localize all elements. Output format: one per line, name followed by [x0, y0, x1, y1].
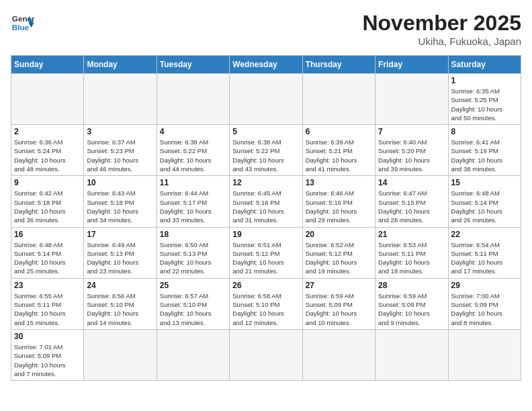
day-info: Sunrise: 6:44 AM Sunset: 5:17 PM Dayligh… [160, 189, 226, 224]
calendar-day-cell: 15Sunrise: 6:48 AM Sunset: 5:14 PM Dayli… [448, 176, 521, 227]
day-number: 7 [378, 127, 445, 136]
day-info: Sunrise: 6:40 AM Sunset: 5:20 PM Dayligh… [378, 138, 445, 173]
calendar-week-row: 9Sunrise: 6:42 AM Sunset: 5:18 PM Daylig… [11, 176, 521, 227]
day-number: 24 [87, 281, 153, 290]
day-number: 23 [14, 281, 81, 290]
day-info: Sunrise: 6:57 AM Sunset: 5:10 PM Dayligh… [160, 291, 226, 327]
day-info: Sunrise: 6:37 AM Sunset: 5:23 PM Dayligh… [87, 138, 153, 173]
calendar-day-cell: 17Sunrise: 6:49 AM Sunset: 5:13 PM Dayli… [84, 227, 157, 278]
calendar-day-cell: 13Sunrise: 6:46 AM Sunset: 5:16 PM Dayli… [302, 176, 375, 227]
calendar-day-cell [157, 74, 229, 125]
day-info: Sunrise: 6:45 AM Sunset: 5:16 PM Dayligh… [232, 189, 299, 224]
day-info: Sunrise: 6:39 AM Sunset: 5:21 PM Dayligh… [306, 138, 372, 173]
calendar-table: SundayMondayTuesdayWednesdayThursdayFrid… [11, 55, 521, 381]
calendar-day-cell: 7Sunrise: 6:40 AM Sunset: 5:20 PM Daylig… [375, 125, 448, 176]
calendar-body: 1Sunrise: 6:35 AM Sunset: 5:25 PM Daylig… [11, 74, 521, 381]
day-info: Sunrise: 6:56 AM Sunset: 5:10 PM Dayligh… [87, 291, 153, 327]
day-info: Sunrise: 6:59 AM Sunset: 5:09 PM Dayligh… [378, 291, 445, 327]
calendar-day-cell: 20Sunrise: 6:52 AM Sunset: 5:12 PM Dayli… [302, 227, 375, 278]
weekday-header-cell: Saturday [448, 56, 521, 74]
location-subtitle: Ukiha, Fukuoka, Japan [362, 36, 521, 47]
day-info: Sunrise: 6:59 AM Sunset: 5:09 PM Dayligh… [306, 291, 372, 327]
svg-text:Blue: Blue [12, 23, 30, 32]
calendar-day-cell: 9Sunrise: 6:42 AM Sunset: 5:18 PM Daylig… [11, 176, 84, 227]
month-year-title: November 2025 [362, 11, 521, 36]
day-info: Sunrise: 6:49 AM Sunset: 5:13 PM Dayligh… [87, 240, 153, 276]
calendar-day-cell: 19Sunrise: 6:51 AM Sunset: 5:12 PM Dayli… [230, 227, 302, 278]
weekday-header-cell: Wednesday [230, 56, 302, 74]
calendar-day-cell: 16Sunrise: 6:48 AM Sunset: 5:14 PM Dayli… [11, 227, 84, 278]
day-info: Sunrise: 6:36 AM Sunset: 5:24 PM Dayligh… [14, 138, 81, 173]
calendar-week-row: 2Sunrise: 6:36 AM Sunset: 5:24 PM Daylig… [11, 125, 521, 176]
day-number: 14 [378, 178, 445, 187]
calendar-day-cell: 5Sunrise: 6:38 AM Sunset: 5:22 PM Daylig… [230, 125, 302, 176]
day-info: Sunrise: 6:55 AM Sunset: 5:11 PM Dayligh… [14, 291, 81, 327]
calendar-day-cell [157, 329, 229, 380]
day-number: 2 [14, 127, 81, 136]
day-number: 18 [160, 230, 226, 239]
weekday-header-cell: Friday [375, 56, 448, 74]
calendar-week-row: 1Sunrise: 6:35 AM Sunset: 5:25 PM Daylig… [11, 74, 521, 125]
calendar-day-cell: 2Sunrise: 6:36 AM Sunset: 5:24 PM Daylig… [11, 125, 84, 176]
day-number: 26 [232, 281, 299, 290]
calendar-week-row: 23Sunrise: 6:55 AM Sunset: 5:11 PM Dayli… [11, 278, 521, 329]
calendar-day-cell: 26Sunrise: 6:58 AM Sunset: 5:10 PM Dayli… [230, 278, 302, 329]
title-block: November 2025 Ukiha, Fukuoka, Japan [362, 11, 521, 47]
svg-marker-3 [29, 23, 34, 28]
calendar-day-cell: 6Sunrise: 6:39 AM Sunset: 5:21 PM Daylig… [302, 125, 375, 176]
weekday-header-cell: Sunday [11, 56, 84, 74]
day-info: Sunrise: 6:43 AM Sunset: 5:18 PM Dayligh… [87, 189, 153, 224]
calendar-day-cell: 27Sunrise: 6:59 AM Sunset: 5:09 PM Dayli… [302, 278, 375, 329]
calendar-day-cell [11, 74, 84, 125]
day-info: Sunrise: 6:54 AM Sunset: 5:11 PM Dayligh… [451, 240, 518, 276]
weekday-header-cell: Tuesday [157, 56, 229, 74]
day-info: Sunrise: 7:00 AM Sunset: 5:09 PM Dayligh… [451, 291, 518, 327]
calendar-day-cell: 18Sunrise: 6:50 AM Sunset: 5:13 PM Dayli… [157, 227, 229, 278]
day-info: Sunrise: 6:47 AM Sunset: 5:15 PM Dayligh… [378, 189, 445, 224]
weekday-header-cell: Thursday [302, 56, 375, 74]
calendar-day-cell: 14Sunrise: 6:47 AM Sunset: 5:15 PM Dayli… [375, 176, 448, 227]
calendar-day-cell: 30Sunrise: 7:01 AM Sunset: 5:09 PM Dayli… [11, 329, 84, 380]
day-number: 8 [451, 127, 518, 136]
day-info: Sunrise: 6:42 AM Sunset: 5:18 PM Dayligh… [14, 189, 81, 224]
calendar-day-cell [302, 74, 375, 125]
calendar-day-cell: 21Sunrise: 6:53 AM Sunset: 5:11 PM Dayli… [375, 227, 448, 278]
calendar-day-cell [375, 329, 448, 380]
calendar-day-cell: 12Sunrise: 6:45 AM Sunset: 5:16 PM Dayli… [230, 176, 302, 227]
calendar-day-cell: 1Sunrise: 6:35 AM Sunset: 5:25 PM Daylig… [448, 74, 521, 125]
day-info: Sunrise: 6:38 AM Sunset: 5:22 PM Dayligh… [232, 138, 299, 173]
calendar-day-cell: 22Sunrise: 6:54 AM Sunset: 5:11 PM Dayli… [448, 227, 521, 278]
day-number: 17 [87, 230, 153, 239]
day-number: 9 [14, 178, 81, 187]
calendar-day-cell: 8Sunrise: 6:41 AM Sunset: 5:19 PM Daylig… [448, 125, 521, 176]
calendar-day-cell [448, 329, 521, 380]
calendar-day-cell [230, 74, 302, 125]
day-number: 28 [378, 281, 445, 290]
day-number: 22 [451, 230, 518, 239]
day-number: 12 [232, 178, 299, 187]
day-info: Sunrise: 7:01 AM Sunset: 5:09 PM Dayligh… [14, 342, 81, 378]
day-number: 10 [87, 178, 153, 187]
weekday-header-cell: Monday [84, 56, 157, 74]
day-number: 11 [160, 178, 226, 187]
calendar-day-cell [84, 329, 157, 380]
day-info: Sunrise: 6:52 AM Sunset: 5:12 PM Dayligh… [306, 240, 372, 276]
day-info: Sunrise: 6:53 AM Sunset: 5:11 PM Dayligh… [378, 240, 445, 276]
day-info: Sunrise: 6:51 AM Sunset: 5:12 PM Dayligh… [232, 240, 299, 276]
day-info: Sunrise: 6:46 AM Sunset: 5:16 PM Dayligh… [306, 189, 372, 224]
day-number: 13 [306, 178, 372, 187]
calendar-day-cell: 25Sunrise: 6:57 AM Sunset: 5:10 PM Dayli… [157, 278, 229, 329]
calendar-day-cell: 4Sunrise: 6:38 AM Sunset: 5:22 PM Daylig… [157, 125, 229, 176]
day-number: 15 [451, 178, 518, 187]
day-info: Sunrise: 6:38 AM Sunset: 5:22 PM Dayligh… [160, 138, 226, 173]
day-number: 25 [160, 281, 226, 290]
day-number: 6 [306, 127, 372, 136]
calendar-day-cell [230, 329, 302, 380]
day-number: 29 [451, 281, 518, 290]
calendar-day-cell: 3Sunrise: 6:37 AM Sunset: 5:23 PM Daylig… [84, 125, 157, 176]
calendar-day-cell [375, 74, 448, 125]
day-number: 1 [451, 76, 518, 85]
day-number: 20 [306, 230, 372, 239]
weekday-header-row: SundayMondayTuesdayWednesdayThursdayFrid… [11, 56, 521, 74]
day-number: 3 [87, 127, 153, 136]
